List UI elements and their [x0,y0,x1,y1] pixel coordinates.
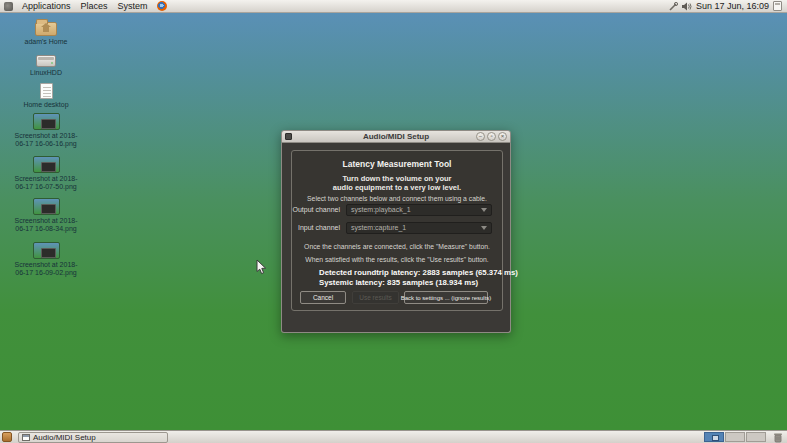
input-channel-label: Input channel [292,224,346,231]
desktop-icon-screenshot-3[interactable]: Screenshot at 2018-06-17 16-08-34.png [13,198,79,233]
taskbar-right-cluster [704,432,785,443]
menu-applications[interactable]: Applications [17,0,76,12]
taskbar-task-audio-midi-setup[interactable]: Audio/MIDI Setup [18,432,168,443]
input-channel-value: system:capture_1 [351,224,406,231]
volume-warning-line2: audio equipment to a very low level. [292,183,502,192]
desktop-icon-home-folder[interactable]: adam's Home [13,19,79,46]
desktop-icon-label: Screenshot at 2018-06-17 16-06-16.png [13,132,79,148]
latency-panel: Latency Measurement Tool Turn down the v… [291,150,503,311]
close-button[interactable]: × [498,132,507,141]
dialog-body: Latency Measurement Tool Turn down the v… [281,143,511,333]
back-to-settings-button[interactable]: Back to settings ... (ignore results) [404,291,488,304]
panel-heading: Latency Measurement Tool [292,159,502,169]
calendar-tray-icon[interactable] [773,1,782,11]
menu-places[interactable]: Places [76,0,113,12]
desktop-icon-label: Screenshot at 2018-06-17 16-08-34.png [13,217,79,233]
use-results-button[interactable]: Use results [352,291,399,304]
distro-logo-icon[interactable] [4,2,13,11]
document-icon [40,83,53,99]
desktop-icon-label: adam's Home [25,38,68,46]
output-channel-row: Output channel system:playback_1 [292,203,502,216]
cancel-button[interactable]: Cancel [300,291,346,304]
window-titlebar[interactable]: Audio/MIDI Setup − ▫ × [281,130,511,143]
desktop-wallpaper: adam's Home LinuxHDD Home desktop Screen… [0,13,787,430]
workspace-1-active[interactable] [704,432,724,442]
desktop-icon-label: Screenshot at 2018-06-17 16-07-50.png [13,175,79,191]
minimize-button[interactable]: − [476,132,485,141]
desktop-icon-screenshot-4[interactable]: Screenshot at 2018-06-17 16-09-02.png [13,242,79,277]
output-channel-label: Output channel [292,206,346,213]
workspace-3[interactable] [746,432,766,442]
bottom-taskbar: Audio/MIDI Setup [0,430,787,443]
home-folder-icon [35,22,57,36]
screenshot-thumbnail-icon [33,113,60,130]
desktop-screen: Applications Places System Sun 17 Jun, 1… [0,0,787,443]
trash-icon[interactable] [773,432,783,443]
maximize-button[interactable]: ▫ [487,132,496,141]
screenshot-thumbnail-icon [33,156,60,173]
desktop-icon-screenshot-2[interactable]: Screenshot at 2018-06-17 16-07-50.png [13,156,79,191]
menu-system[interactable]: System [113,0,153,12]
volume-tray-icon[interactable] [682,2,692,11]
top-panel: Applications Places System Sun 17 Jun, 1… [0,0,787,13]
desktop-icon-screenshot-1[interactable]: Screenshot at 2018-06-17 16-06-16.png [13,113,79,148]
desktop-icon-home-desktop[interactable]: Home desktop [13,83,79,109]
window-app-icon[interactable] [285,133,292,140]
audio-midi-setup-window: Audio/MIDI Setup − ▫ × Latency Measureme… [281,130,511,333]
use-results-hint: When satisfied with the results, click t… [292,256,502,263]
desktop-icon-linuxhdd[interactable]: LinuxHDD [13,53,79,77]
firefox-launcher-icon[interactable] [157,1,167,11]
desktop-icon-label: LinuxHDD [30,69,62,77]
desktop-icon-label: Screenshot at 2018-06-17 16-09-02.png [13,261,79,277]
panel-clock[interactable]: Sun 17 Jun, 16:09 [696,1,769,11]
chevron-down-icon [481,226,487,230]
window-mini-icon [22,434,30,441]
input-channel-row: Input channel system:capture_1 [292,221,502,234]
panel-right-cluster: Sun 17 Jun, 16:09 [669,1,784,11]
chevron-down-icon [481,208,487,212]
house-emblem-icon [43,27,49,32]
roundtrip-latency-result: Detected roundtrip latency: 2883 samples… [319,268,518,277]
output-channel-select[interactable]: system:playback_1 [346,204,492,216]
channel-instruction: Select two channels below and connect th… [292,195,502,202]
measure-hint: Once the channels are connected, click t… [292,243,502,250]
volume-warning-line1: Turn down the volume on your [292,174,502,183]
output-channel-value: system:playback_1 [351,206,411,213]
screenshot-thumbnail-icon [33,198,60,215]
tools-tray-icon[interactable] [669,2,678,11]
hard-drive-icon [36,55,56,67]
workspace-2[interactable] [725,432,745,442]
systemic-latency-result: Systemic latency: 835 samples (18.934 ms… [319,278,478,287]
mouse-cursor [256,259,267,279]
screenshot-thumbnail-icon [33,242,60,259]
window-buttons: − ▫ × [476,132,507,141]
show-desktop-icon[interactable] [2,432,12,442]
task-label: Audio/MIDI Setup [33,433,96,442]
desktop-icon-label: Home desktop [23,101,68,109]
input-channel-select[interactable]: system:capture_1 [346,222,492,234]
